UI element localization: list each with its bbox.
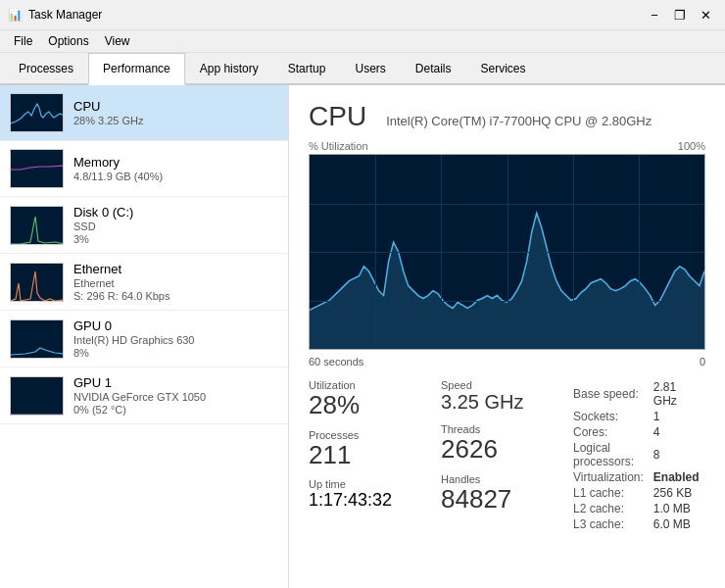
l2-label: L2 cache: xyxy=(573,501,653,516)
sidebar-ethernet-title: Ethernet xyxy=(73,262,278,276)
sidebar-gpu1-title: GPU 1 xyxy=(73,375,278,390)
stat-l3: L3 cache: 6.0 MB xyxy=(573,516,705,532)
speed-label: Speed xyxy=(441,379,573,391)
app-title: Task Manager xyxy=(28,8,102,22)
sidebar: CPU 28% 3.25 GHz Memory 4.8/11.9 GB (40%… xyxy=(0,85,289,588)
sidebar-item-ethernet[interactable]: Ethernet Ethernet S: 296 R: 64.0 Kbps xyxy=(0,254,288,311)
detail-panel: CPU Intel(R) Core(TM) i7-7700HQ CPU @ 2.… xyxy=(289,85,725,588)
tab-app-history[interactable]: App history xyxy=(185,53,273,85)
detail-title: CPU xyxy=(309,101,366,132)
chart-time-left: 60 seconds xyxy=(309,356,363,368)
chart-label-left: % Utilization xyxy=(309,140,368,152)
sidebar-disk0-info: Disk 0 (C:) SSD 3% xyxy=(73,205,278,245)
stat-l1: L1 cache: 256 KB xyxy=(573,485,705,501)
stat-logical: Logical processors: 8 xyxy=(573,440,705,469)
detail-subtitle: Intel(R) Core(TM) i7-7700HQ CPU @ 2.80GH… xyxy=(386,114,652,128)
sidebar-thumb-memory xyxy=(10,149,64,188)
sidebar-thumb-disk0 xyxy=(10,206,64,245)
stat-base-speed: Base speed: 2.81 GHz xyxy=(573,379,705,409)
chart-time-row: 60 seconds 0 xyxy=(309,356,705,368)
virt-label: Virtualization: xyxy=(573,469,653,485)
l1-label: L1 cache: xyxy=(573,485,653,501)
svg-rect-5 xyxy=(11,377,64,416)
cores-value: 4 xyxy=(653,424,705,440)
stat-cores: Cores: 4 xyxy=(573,424,705,440)
menu-bar: File Options View xyxy=(0,30,725,53)
stat-uptime: Up time 1:17:43:32 xyxy=(309,478,441,511)
sidebar-ethernet-sub1: Ethernet xyxy=(73,277,278,289)
sidebar-ethernet-info: Ethernet Ethernet S: 296 R: 64.0 Kbps xyxy=(73,262,278,302)
stats-grid: Utilization 28% Processes 211 Up time 1:… xyxy=(309,379,705,532)
stat-speed: Speed 3.25 GHz xyxy=(441,379,573,414)
chart-label-right: 100% xyxy=(678,140,705,152)
sidebar-item-gpu0[interactable]: GPU 0 Intel(R) HD Graphics 630 8% xyxy=(0,311,288,368)
stat-sockets: Sockets: 1 xyxy=(573,409,705,424)
tab-details[interactable]: Details xyxy=(401,53,466,85)
cpu-chart xyxy=(309,154,705,350)
sidebar-gpu1-info: GPU 1 NVIDIA GeForce GTX 1050 0% (52 °C) xyxy=(73,375,278,416)
sidebar-item-cpu[interactable]: CPU 28% 3.25 GHz xyxy=(0,85,288,141)
l3-value: 6.0 MB xyxy=(653,516,705,532)
stat-threads: Threads 2626 xyxy=(441,423,573,464)
stats-col2: Speed 3.25 GHz Threads 2626 Handles 8482… xyxy=(441,379,573,532)
sidebar-disk0-sub1: SSD xyxy=(73,220,278,232)
tab-bar: Processes Performance App history Startu… xyxy=(0,53,725,85)
sidebar-item-disk0[interactable]: Disk 0 (C:) SSD 3% xyxy=(0,197,288,254)
tab-processes[interactable]: Processes xyxy=(4,53,88,85)
sidebar-item-gpu1[interactable]: GPU 1 NVIDIA GeForce GTX 1050 0% (52 °C) xyxy=(0,368,288,424)
minimize-button[interactable]: − xyxy=(643,6,666,24)
sidebar-gpu0-info: GPU 0 Intel(R) HD Graphics 630 8% xyxy=(73,318,278,359)
sidebar-thumb-ethernet xyxy=(10,263,64,302)
sidebar-disk0-title: Disk 0 (C:) xyxy=(73,205,278,220)
sidebar-cpu-info: CPU 28% 3.25 GHz xyxy=(73,99,278,126)
app-icon: 📊 xyxy=(8,8,23,22)
sidebar-cpu-title: CPU xyxy=(73,99,278,114)
right-stats-table: Base speed: 2.81 GHz Sockets: 1 Cores: 4… xyxy=(573,379,705,532)
sidebar-gpu0-sub2: 8% xyxy=(73,347,278,359)
chart-time-right: 0 xyxy=(700,356,705,368)
sidebar-gpu0-title: GPU 0 xyxy=(73,318,278,333)
sidebar-item-memory[interactable]: Memory 4.8/11.9 GB (40%) xyxy=(0,141,288,197)
l1-value: 256 KB xyxy=(653,485,705,501)
menu-view[interactable]: View xyxy=(97,32,138,50)
sidebar-gpu1-sub2: 0% (52 °C) xyxy=(73,404,278,416)
threads-value: 2626 xyxy=(441,435,573,464)
sidebar-ethernet-sub2: S: 296 R: 64.0 Kbps xyxy=(73,290,278,302)
sidebar-thumb-gpu0 xyxy=(10,319,64,359)
sockets-value: 1 xyxy=(653,409,705,424)
stat-virt: Virtualization: Enabled xyxy=(573,469,705,485)
sockets-label: Sockets: xyxy=(573,409,653,424)
menu-file[interactable]: File xyxy=(6,32,40,50)
tab-services[interactable]: Services xyxy=(466,53,541,85)
virt-value: Enabled xyxy=(653,469,705,485)
sidebar-gpu0-sub1: Intel(R) HD Graphics 630 xyxy=(73,334,278,346)
uptime-label: Up time xyxy=(309,478,441,490)
stat-utilization: Utilization 28% xyxy=(309,379,441,419)
uptime-value: 1:17:43:32 xyxy=(309,490,441,511)
sidebar-thumb-gpu1 xyxy=(10,376,64,416)
title-bar-left: 📊 Task Manager xyxy=(8,8,102,22)
stats-col3: Base speed: 2.81 GHz Sockets: 1 Cores: 4… xyxy=(573,379,705,532)
tab-startup[interactable]: Startup xyxy=(273,53,341,85)
sidebar-disk0-sub2: 3% xyxy=(73,233,278,245)
stats-col1: Utilization 28% Processes 211 Up time 1:… xyxy=(309,379,441,532)
sidebar-memory-info: Memory 4.8/11.9 GB (40%) xyxy=(73,155,278,182)
base-speed-value: 2.81 GHz xyxy=(653,379,705,409)
cores-label: Cores: xyxy=(573,424,653,440)
title-bar-right: − ❐ ✕ xyxy=(643,6,717,24)
detail-header: CPU Intel(R) Core(TM) i7-7700HQ CPU @ 2.… xyxy=(309,101,705,132)
sidebar-cpu-sub: 28% 3.25 GHz xyxy=(73,115,278,126)
processes-label: Processes xyxy=(309,429,441,441)
handles-label: Handles xyxy=(441,473,573,485)
tab-performance[interactable]: Performance xyxy=(88,53,185,85)
logical-label: Logical processors: xyxy=(573,440,653,469)
stat-processes: Processes 211 xyxy=(309,429,441,469)
tab-users[interactable]: Users xyxy=(340,53,400,85)
restore-button[interactable]: ❐ xyxy=(668,6,692,24)
stat-l2: L2 cache: 1.0 MB xyxy=(573,501,705,516)
close-button[interactable]: ✕ xyxy=(694,6,717,24)
l3-label: L3 cache: xyxy=(573,516,653,532)
utilization-value: 28% xyxy=(309,391,441,419)
title-bar: 📊 Task Manager − ❐ ✕ xyxy=(0,0,725,30)
menu-options[interactable]: Options xyxy=(40,32,96,50)
